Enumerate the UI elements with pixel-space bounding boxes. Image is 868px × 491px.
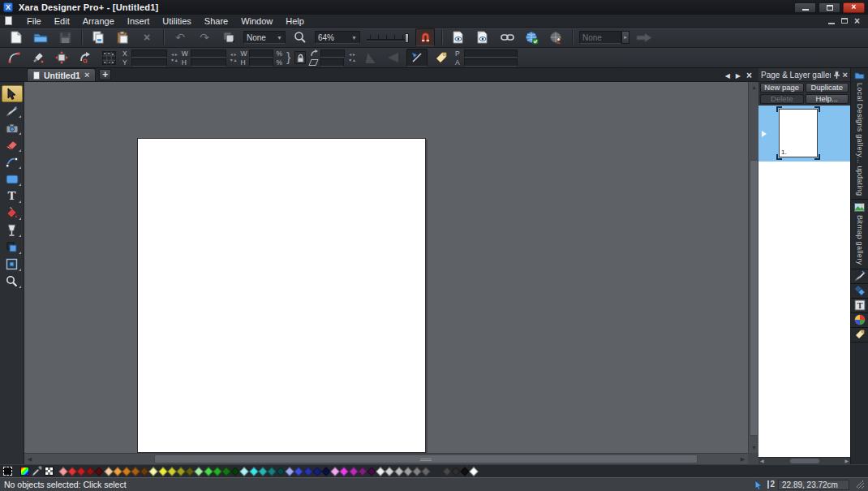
tool-rectangle[interactable]	[2, 170, 23, 187]
apply-name-tag-button[interactable]	[432, 50, 451, 67]
mdi-minimize-icon[interactable]	[828, 23, 835, 24]
duplicate-button[interactable]: Duplicate	[806, 83, 849, 93]
color-swatch[interactable]	[149, 467, 158, 476]
tool-fill[interactable]	[2, 205, 23, 222]
y-input[interactable]	[131, 58, 167, 67]
open-document-button[interactable]	[31, 29, 50, 46]
paste-button[interactable]	[113, 29, 132, 46]
tab-close-icon[interactable]: ×	[84, 71, 89, 79]
tool-text[interactable]: T	[2, 187, 23, 205]
lock-aspect-button[interactable]	[294, 51, 306, 64]
no-color-swatch[interactable]	[3, 467, 12, 476]
line-gallery-tab[interactable]	[851, 269, 868, 284]
tool-erase[interactable]	[2, 136, 23, 153]
color-swatch[interactable]	[442, 467, 451, 476]
page-layer-gallery-header[interactable]: Page & Layer gallery ×	[758, 68, 850, 82]
eyedropper-icon[interactable]	[32, 466, 42, 476]
xy-spinners[interactable]: ◂ ▸▾ ▴	[171, 53, 178, 62]
delete-button[interactable]: ×	[137, 29, 157, 46]
expand-arrow-icon[interactable]	[762, 131, 767, 137]
tool-contour[interactable]	[2, 256, 23, 273]
h-scale-input[interactable]	[249, 58, 273, 67]
menu-file[interactable]: File	[20, 15, 48, 27]
fonts-gallery-tab[interactable]: T	[851, 299, 868, 313]
menu-utilities[interactable]: Utilities	[156, 15, 197, 27]
menu-insert[interactable]: Insert	[121, 15, 157, 27]
p-input[interactable]	[464, 50, 518, 58]
a-input[interactable]	[464, 58, 518, 67]
save-document-button[interactable]	[55, 29, 75, 46]
color-swatch[interactable]	[349, 467, 358, 476]
tool-shape-editor[interactable]	[2, 153, 23, 170]
scroll-up-icon[interactable]: ▲	[749, 82, 758, 93]
color-swatch[interactable]	[213, 467, 221, 476]
fill-interactive-button[interactable]	[28, 50, 48, 67]
h-input[interactable]	[191, 58, 226, 67]
flip-horizontal-button[interactable]	[359, 50, 379, 67]
tool-selector[interactable]	[2, 85, 23, 102]
snap-to-objects-button[interactable]	[415, 28, 435, 46]
page-list-item-selected[interactable]: 1.	[758, 106, 850, 162]
color-swatch[interactable]	[294, 467, 303, 476]
anchor-point-grid[interactable]	[99, 50, 118, 67]
canvas-area[interactable]: ▲ ▼ ◀ ▶	[24, 82, 758, 464]
color-swatch[interactable]	[249, 467, 258, 476]
color-swatch[interactable]	[403, 467, 412, 476]
rotate-mode-button[interactable]	[75, 50, 95, 67]
tool-freehand-brush[interactable]	[2, 102, 23, 119]
preview-window-button[interactable]	[449, 29, 468, 46]
menu-help[interactable]: Help	[279, 15, 311, 27]
color-swatch[interactable]	[385, 467, 394, 476]
color-swatch[interactable]	[394, 467, 403, 476]
scale-line-widths-toggle[interactable]	[406, 49, 428, 67]
mdi-restore-icon[interactable]	[841, 18, 848, 24]
scroll-down-icon[interactable]: ▼	[749, 442, 758, 453]
color-swatch[interactable]	[167, 467, 176, 476]
menu-window[interactable]: Window	[234, 15, 279, 27]
wh-spinners[interactable]: ◂ ▸▾ ▴	[230, 53, 237, 62]
color-swatch[interactable]	[58, 467, 67, 476]
x-input[interactable]	[131, 50, 167, 58]
delete-page-button[interactable]: Delete	[760, 94, 804, 104]
bitmap-gallery-tab[interactable]: Bitmap gallery	[851, 200, 868, 269]
gallery-list-area[interactable]	[758, 162, 850, 457]
name-gallery-tab[interactable]	[851, 328, 868, 342]
fill-gallery-tab[interactable]	[851, 284, 868, 299]
color-swatch[interactable]	[451, 467, 460, 476]
redo-button[interactable]: ↷	[195, 29, 214, 46]
resize-grip[interactable]	[856, 480, 864, 489]
new-document-button[interactable]	[6, 29, 26, 46]
skew-angle-input[interactable]	[320, 58, 344, 67]
pin-icon[interactable]	[833, 71, 840, 80]
tool-photo[interactable]	[2, 119, 23, 136]
color-swatch[interactable]	[67, 467, 76, 476]
tab-bar-close-icon[interactable]: ×	[746, 72, 752, 80]
color-swatch[interactable]	[421, 467, 430, 476]
w-input[interactable]	[191, 50, 226, 58]
preview-page-button[interactable]	[473, 29, 492, 46]
color-swatch[interactable]	[340, 467, 349, 476]
maximize-button[interactable]	[819, 2, 840, 13]
tab-scroll-left-icon[interactable]: ◀	[725, 72, 730, 80]
color-swatch[interactable]	[158, 467, 167, 476]
color-swatch[interactable]	[104, 467, 113, 476]
undo-button[interactable]: ↶	[170, 29, 190, 46]
color-swatch[interactable]	[95, 467, 104, 476]
color-gallery-tab[interactable]	[851, 313, 868, 328]
show-bounds-button[interactable]	[52, 50, 71, 67]
copy-button[interactable]	[88, 29, 108, 46]
mdi-close-icon[interactable]: ×	[854, 17, 860, 25]
document-page[interactable]	[137, 138, 426, 453]
zoom-level-dropdown[interactable]: 64% ▼	[315, 31, 360, 44]
vertical-scrollbar-thumb[interactable]	[750, 160, 758, 436]
line-width-dropdown[interactable]: None ▼	[243, 31, 286, 44]
minimize-button[interactable]	[794, 2, 816, 13]
color-swatch[interactable]	[312, 467, 321, 476]
smart-transform-button[interactable]	[5, 50, 24, 67]
help-button[interactable]: Help...	[806, 94, 849, 104]
color-swatch[interactable]	[113, 467, 122, 476]
share-online-button[interactable]	[546, 29, 565, 46]
color-editor-swatch[interactable]	[20, 467, 29, 476]
tool-zoom[interactable]	[2, 273, 23, 290]
panel-close-icon[interactable]: ×	[843, 70, 848, 80]
